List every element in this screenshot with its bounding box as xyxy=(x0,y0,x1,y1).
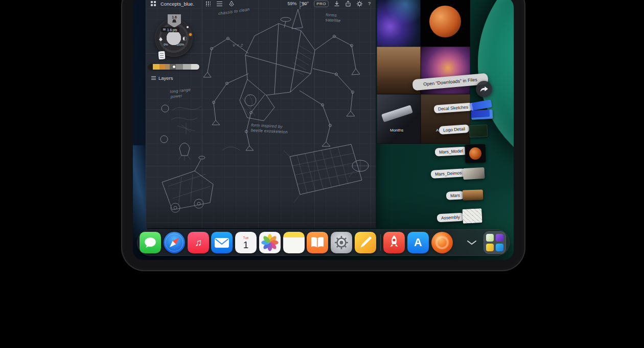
dock-icon-safari[interactable] xyxy=(164,232,185,253)
gear-icon xyxy=(331,232,352,253)
drag-drop-layer: Open “Downloads” in Files Decal Sketches… xyxy=(133,0,514,260)
dock-icon-messages[interactable] xyxy=(140,232,161,253)
decal-thumbnail-1[interactable] xyxy=(470,99,492,111)
assembly-thumbnail[interactable] xyxy=(462,208,482,224)
dock-app-library-button[interactable] xyxy=(484,231,506,254)
envelope-icon xyxy=(212,232,232,253)
dock-divider xyxy=(380,234,381,251)
share-forward-icon xyxy=(479,85,489,93)
logo-detail-thumbnail[interactable] xyxy=(469,124,488,138)
drag-item-label[interactable]: Mars_Model xyxy=(435,146,468,156)
compass-needle-icon xyxy=(164,232,185,253)
photos-flower-icon xyxy=(260,232,280,253)
dock-icon-drawing-app[interactable] xyxy=(355,232,376,253)
dock-icon-rocket-app[interactable] xyxy=(383,232,405,253)
dock-icon-settings[interactable] xyxy=(331,232,352,253)
calendar-day: 1 xyxy=(243,240,249,250)
mini-app-icon xyxy=(496,244,503,251)
dock-icon-photos[interactable] xyxy=(259,232,281,253)
dock-icon-app-store[interactable]: A xyxy=(407,232,429,253)
mars-model-thumbnail[interactable] xyxy=(465,144,486,163)
drag-item-label[interactable]: Assembly xyxy=(437,213,465,223)
orange-app-ring xyxy=(435,236,449,249)
open-book-icon xyxy=(307,232,328,253)
mini-app-icon xyxy=(496,234,503,242)
drag-item-label[interactable]: Decal Sketches xyxy=(434,102,473,113)
dock: ♫ Tue 1 xyxy=(137,229,510,256)
decal-thumbnail-2[interactable] xyxy=(471,110,493,120)
mars-thumbnail[interactable] xyxy=(463,189,484,200)
drag-item-label[interactable]: Mars_Deimos xyxy=(431,168,466,179)
drag-item-label[interactable]: Logo Detail xyxy=(439,124,470,135)
dock-icon-mail[interactable] xyxy=(211,232,233,253)
mars-deimos-thumbnail[interactable] xyxy=(463,167,485,180)
mini-app-icon xyxy=(486,244,494,251)
mini-app-icon xyxy=(486,234,494,242)
mars-model-sphere xyxy=(469,147,482,160)
ipad-device: chassis to clean forms satellite V = 2 l… xyxy=(121,0,525,271)
drag-item-label[interactable]: Mars xyxy=(446,191,465,200)
dock-icon-music[interactable]: ♫ xyxy=(188,232,209,253)
app-store-letter: A xyxy=(414,236,422,249)
rocket-icon xyxy=(384,232,404,253)
ipad-screen: chassis to clean forms satellite V = 2 l… xyxy=(133,0,514,260)
chevron-down-icon[interactable] xyxy=(467,240,477,245)
dock-icon-notes[interactable] xyxy=(283,232,305,253)
dock-icon-calendar[interactable]: Tue 1 xyxy=(235,232,257,253)
music-note-icon: ♫ xyxy=(195,237,202,248)
share-forward-button[interactable] xyxy=(476,81,492,97)
speech-bubble-icon xyxy=(144,236,157,249)
dock-icon-books[interactable] xyxy=(307,232,328,253)
dock-icon-orange-app[interactable] xyxy=(431,232,453,253)
pencil-icon xyxy=(355,232,376,253)
